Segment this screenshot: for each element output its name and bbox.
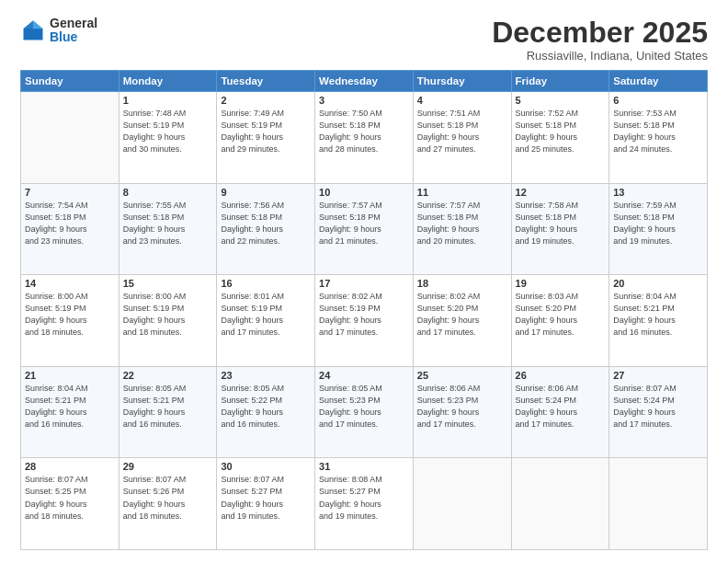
calendar-cell: 1Sunrise: 7:48 AM Sunset: 5:19 PM Daylig… xyxy=(119,92,217,184)
day-number: 17 xyxy=(319,278,409,289)
calendar-cell: 24Sunrise: 8:05 AM Sunset: 5:23 PM Dayli… xyxy=(315,366,414,458)
day-info: Sunrise: 8:07 AM Sunset: 5:24 PM Dayligh… xyxy=(613,383,703,431)
calendar-cell xyxy=(21,92,119,184)
day-info: Sunrise: 8:05 AM Sunset: 5:23 PM Dayligh… xyxy=(319,383,409,431)
day-info: Sunrise: 8:06 AM Sunset: 5:24 PM Dayligh… xyxy=(516,383,606,431)
location: Russiaville, Indiana, United States xyxy=(492,49,708,63)
calendar-cell: 13Sunrise: 7:59 AM Sunset: 5:18 PM Dayli… xyxy=(609,183,708,275)
day-info: Sunrise: 7:58 AM Sunset: 5:18 PM Dayligh… xyxy=(516,200,606,247)
calendar-cell: 22Sunrise: 8:05 AM Sunset: 5:21 PM Dayli… xyxy=(119,366,217,458)
day-number: 25 xyxy=(417,370,507,381)
calendar-cell: 14Sunrise: 8:00 AM Sunset: 5:19 PM Dayli… xyxy=(21,275,119,367)
calendar-cell: 19Sunrise: 8:03 AM Sunset: 5:20 PM Dayli… xyxy=(511,275,609,367)
calendar-cell: 5Sunrise: 7:52 AM Sunset: 5:18 PM Daylig… xyxy=(511,92,609,184)
calendar-cell: 9Sunrise: 7:56 AM Sunset: 5:18 PM Daylig… xyxy=(217,183,315,275)
day-info: Sunrise: 8:02 AM Sunset: 5:19 PM Dayligh… xyxy=(319,291,409,339)
calendar-cell: 7Sunrise: 7:54 AM Sunset: 5:18 PM Daylig… xyxy=(21,183,119,275)
logo-text: General Blue xyxy=(50,17,97,45)
day-info: Sunrise: 7:56 AM Sunset: 5:18 PM Dayligh… xyxy=(221,200,311,247)
logo-general-text: General xyxy=(50,17,97,30)
calendar-cell: 20Sunrise: 8:04 AM Sunset: 5:21 PM Dayli… xyxy=(609,275,708,367)
day-info: Sunrise: 8:07 AM Sunset: 5:26 PM Dayligh… xyxy=(123,474,213,522)
day-info: Sunrise: 8:04 AM Sunset: 5:21 PM Dayligh… xyxy=(25,383,115,431)
day-info: Sunrise: 8:03 AM Sunset: 5:20 PM Dayligh… xyxy=(516,291,606,339)
day-number: 2 xyxy=(221,95,311,106)
month-title: December 2025 xyxy=(492,17,708,49)
calendar-week-3: 14Sunrise: 8:00 AM Sunset: 5:19 PM Dayli… xyxy=(21,275,708,367)
calendar-cell: 25Sunrise: 8:06 AM Sunset: 5:23 PM Dayli… xyxy=(413,366,511,458)
logo: General Blue xyxy=(20,17,97,45)
day-number: 20 xyxy=(613,278,703,289)
day-number: 22 xyxy=(123,370,213,381)
calendar-cell: 8Sunrise: 7:55 AM Sunset: 5:18 PM Daylig… xyxy=(119,183,217,275)
day-info: Sunrise: 7:57 AM Sunset: 5:18 PM Dayligh… xyxy=(319,200,409,247)
day-number: 24 xyxy=(319,370,409,381)
day-info: Sunrise: 7:59 AM Sunset: 5:18 PM Dayligh… xyxy=(613,200,703,247)
day-header-wednesday: Wednesday xyxy=(315,71,414,92)
calendar-cell: 4Sunrise: 7:51 AM Sunset: 5:18 PM Daylig… xyxy=(413,92,511,184)
day-number: 12 xyxy=(516,187,606,198)
calendar-cell: 18Sunrise: 8:02 AM Sunset: 5:20 PM Dayli… xyxy=(413,275,511,367)
day-number: 18 xyxy=(417,278,507,289)
day-number: 29 xyxy=(123,461,213,472)
day-header-friday: Friday xyxy=(511,71,609,92)
day-number: 23 xyxy=(221,370,311,381)
day-info: Sunrise: 7:53 AM Sunset: 5:18 PM Dayligh… xyxy=(613,108,703,155)
day-number: 1 xyxy=(123,95,213,106)
calendar-cell: 16Sunrise: 8:01 AM Sunset: 5:19 PM Dayli… xyxy=(217,275,315,367)
day-number: 6 xyxy=(613,95,703,106)
calendar-week-4: 21Sunrise: 8:04 AM Sunset: 5:21 PM Dayli… xyxy=(21,366,708,458)
calendar-cell: 11Sunrise: 7:57 AM Sunset: 5:18 PM Dayli… xyxy=(413,183,511,275)
svg-marker-2 xyxy=(24,21,34,29)
day-info: Sunrise: 8:07 AM Sunset: 5:27 PM Dayligh… xyxy=(221,474,311,522)
calendar-cell: 31Sunrise: 8:08 AM Sunset: 5:27 PM Dayli… xyxy=(315,458,414,550)
calendar-cell: 30Sunrise: 8:07 AM Sunset: 5:27 PM Dayli… xyxy=(217,458,315,550)
day-number: 3 xyxy=(319,95,409,106)
day-header-sunday: Sunday xyxy=(21,71,119,92)
calendar-cell: 27Sunrise: 8:07 AM Sunset: 5:24 PM Dayli… xyxy=(609,366,708,458)
day-header-monday: Monday xyxy=(119,71,217,92)
day-info: Sunrise: 7:52 AM Sunset: 5:18 PM Dayligh… xyxy=(516,108,606,155)
day-info: Sunrise: 7:50 AM Sunset: 5:18 PM Dayligh… xyxy=(319,108,409,155)
day-info: Sunrise: 7:54 AM Sunset: 5:18 PM Dayligh… xyxy=(25,200,115,247)
day-number: 19 xyxy=(516,278,606,289)
calendar-cell: 6Sunrise: 7:53 AM Sunset: 5:18 PM Daylig… xyxy=(609,92,708,184)
day-info: Sunrise: 8:04 AM Sunset: 5:21 PM Dayligh… xyxy=(613,291,703,339)
day-info: Sunrise: 8:06 AM Sunset: 5:23 PM Dayligh… xyxy=(417,383,507,431)
day-number: 15 xyxy=(123,278,213,289)
calendar-week-5: 28Sunrise: 8:07 AM Sunset: 5:25 PM Dayli… xyxy=(21,458,708,550)
day-number: 9 xyxy=(221,187,311,198)
day-info: Sunrise: 8:00 AM Sunset: 5:19 PM Dayligh… xyxy=(123,291,213,339)
calendar-cell: 21Sunrise: 8:04 AM Sunset: 5:21 PM Dayli… xyxy=(21,366,119,458)
day-number: 7 xyxy=(25,187,115,198)
day-header-saturday: Saturday xyxy=(609,71,708,92)
day-number: 11 xyxy=(417,187,507,198)
day-number: 27 xyxy=(613,370,703,381)
day-info: Sunrise: 7:49 AM Sunset: 5:19 PM Dayligh… xyxy=(221,108,311,155)
header: General Blue December 2025 Russiaville, … xyxy=(20,17,708,63)
calendar-cell: 3Sunrise: 7:50 AM Sunset: 5:18 PM Daylig… xyxy=(315,92,414,184)
day-info: Sunrise: 8:05 AM Sunset: 5:21 PM Dayligh… xyxy=(123,383,213,431)
calendar-cell: 2Sunrise: 7:49 AM Sunset: 5:19 PM Daylig… xyxy=(217,92,315,184)
logo-blue-text: Blue xyxy=(50,30,97,44)
day-number: 5 xyxy=(516,95,606,106)
calendar-cell: 28Sunrise: 8:07 AM Sunset: 5:25 PM Dayli… xyxy=(21,458,119,550)
calendar-cell: 15Sunrise: 8:00 AM Sunset: 5:19 PM Dayli… xyxy=(119,275,217,367)
day-info: Sunrise: 8:07 AM Sunset: 5:25 PM Dayligh… xyxy=(25,474,115,522)
calendar-table: SundayMondayTuesdayWednesdayThursdayFrid… xyxy=(20,70,708,550)
calendar-cell: 17Sunrise: 8:02 AM Sunset: 5:19 PM Dayli… xyxy=(315,275,414,367)
day-header-thursday: Thursday xyxy=(413,71,511,92)
day-number: 4 xyxy=(417,95,507,106)
day-number: 30 xyxy=(221,461,311,472)
day-number: 14 xyxy=(25,278,115,289)
day-number: 31 xyxy=(319,461,409,472)
calendar-week-1: 1Sunrise: 7:48 AM Sunset: 5:19 PM Daylig… xyxy=(21,92,708,184)
svg-marker-1 xyxy=(33,21,43,29)
day-number: 8 xyxy=(123,187,213,198)
day-info: Sunrise: 8:00 AM Sunset: 5:19 PM Dayligh… xyxy=(25,291,115,339)
day-info: Sunrise: 8:01 AM Sunset: 5:19 PM Dayligh… xyxy=(221,291,311,339)
day-number: 21 xyxy=(25,370,115,381)
logo-icon xyxy=(20,17,46,43)
calendar-cell xyxy=(413,458,511,550)
day-number: 26 xyxy=(516,370,606,381)
